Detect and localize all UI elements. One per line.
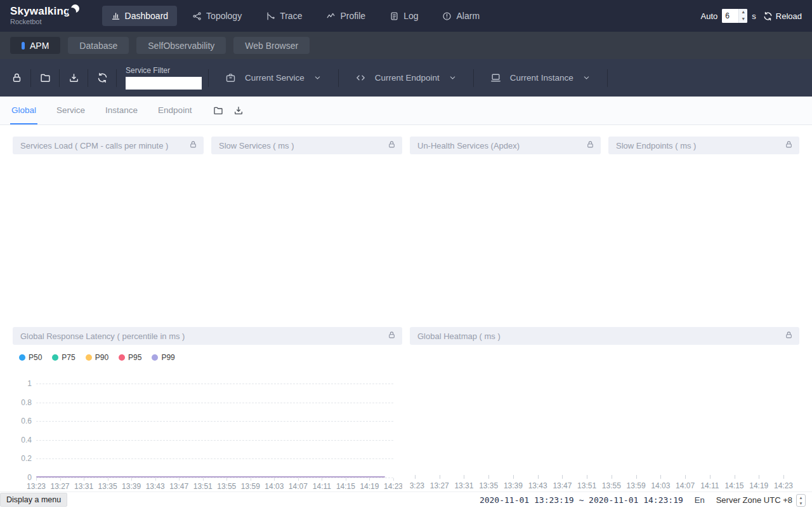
domain-tab-label: Web Browser — [245, 41, 298, 51]
x-axis-tick — [685, 475, 686, 479]
alarm-icon — [442, 11, 452, 21]
nav-item-topology[interactable]: Topology — [183, 6, 251, 26]
stepper-up-icon[interactable]: ▲ — [739, 9, 747, 16]
x-axis-label: 14:15 — [336, 482, 355, 491]
selector-label: Current Endpoint — [375, 73, 440, 83]
legend-item-p50[interactable]: P50 — [19, 353, 42, 362]
x-axis-tick — [298, 478, 299, 481]
x-axis-label: 13:43 — [528, 481, 547, 490]
x-axis-tick — [710, 475, 710, 479]
lock-icon[interactable] — [785, 330, 793, 342]
reload-icon — [763, 11, 773, 21]
x-axis-tick — [36, 478, 37, 481]
import-button[interactable] — [233, 105, 244, 116]
trace-icon — [266, 11, 275, 21]
nav-item-label: Topology — [206, 11, 242, 21]
stepper-down-icon[interactable]: ▼ — [739, 16, 747, 23]
auto-interval-stepper[interactable]: ▲▼ — [738, 9, 747, 23]
panel-header: Slow Services ( ms ) — [211, 137, 402, 154]
domain-tab-database[interactable]: Database — [68, 37, 129, 54]
metric-panel: Slow Services ( ms ) — [211, 137, 402, 327]
panel-header: Slow Endpoints ( ms ) — [608, 137, 799, 154]
gridline — [36, 478, 393, 478]
language-toggle[interactable]: En — [695, 495, 705, 505]
legend-dot — [52, 354, 58, 361]
scope-tab-endpoint[interactable]: Endpoint — [157, 97, 193, 124]
y-axis-label: 0.2 — [13, 454, 32, 463]
x-axis-label: 14:07 — [676, 481, 695, 490]
legend-item-p75[interactable]: P75 — [52, 353, 75, 362]
laptop-icon — [490, 72, 501, 83]
dashboard-toolbar: Service Filter Current ServiceCurrent En… — [0, 59, 812, 97]
domain-tab-selfobservability[interactable]: SelfObservability — [136, 37, 226, 54]
folder-button[interactable] — [213, 105, 223, 116]
x-axis-label: 14:19 — [749, 481, 768, 490]
download-button[interactable] — [60, 59, 88, 97]
x-axis-tick — [783, 475, 784, 479]
x-axis-label: 13:39 — [504, 481, 523, 490]
scope-tab-bar: GlobalServiceInstanceEndpoint — [0, 97, 812, 125]
x-axis-label: 13:59 — [241, 482, 260, 491]
heatmap-panel: Global Heatmap ( ms ) 13:2313:2713:3113:… — [410, 327, 799, 492]
stepper-up-icon[interactable]: ▲ — [797, 495, 805, 500]
gridline — [36, 421, 393, 422]
panel-title: Un-Health Services (Apdex) — [417, 141, 520, 150]
reload-label: Reload — [776, 11, 802, 21]
lock-icon[interactable] — [785, 140, 793, 151]
lock-icon[interactable] — [388, 140, 396, 151]
profile-icon — [326, 11, 336, 21]
panel-title: Services Load ( CPM - calls per minute ) — [20, 141, 168, 150]
scope-tab-instance[interactable]: Instance — [104, 97, 139, 124]
lock-icon[interactable] — [189, 140, 197, 151]
auto-unit-label: s — [752, 11, 756, 21]
service-filter-input[interactable] — [126, 77, 202, 90]
x-axis-tick — [513, 475, 514, 479]
selector-current-service[interactable]: Current Service — [209, 59, 338, 97]
gridline — [36, 403, 393, 403]
folder-button[interactable] — [31, 59, 59, 97]
timezone-stepper[interactable]: ▲▼ — [796, 494, 806, 507]
nav-item-alarm[interactable]: Alarm — [433, 6, 488, 26]
lock-icon[interactable] — [586, 140, 594, 151]
metric-panel: Services Load ( CPM - calls per minute ) — [13, 137, 204, 327]
selector-current-instance[interactable]: Current Instance — [474, 59, 607, 97]
auto-interval-input[interactable] — [722, 9, 738, 23]
legend-item-p95[interactable]: P95 — [119, 353, 141, 362]
legend-item-p90[interactable]: P90 — [86, 353, 108, 362]
x-axis-label: 13:51 — [193, 482, 213, 491]
selector-current-endpoint[interactable]: Current Endpoint — [339, 59, 473, 97]
briefcase-icon — [225, 72, 236, 83]
metric-panel: Slow Endpoints ( ms ) — [608, 137, 799, 327]
app-logo[interactable]: Skywalking Rocketbot — [10, 6, 79, 25]
domain-tab-apm[interactable]: APM — [10, 37, 60, 54]
y-axis-label: 0.8 — [13, 398, 32, 407]
refresh-button[interactable] — [88, 59, 116, 97]
time-range-picker[interactable]: 2020-11-01 13:23:19 ~ 2020-11-01 14:23:1… — [480, 495, 683, 505]
stepper-down-icon[interactable]: ▼ — [797, 500, 805, 506]
x-axis-label: 14:23 — [774, 481, 793, 490]
nav-item-profile[interactable]: Profile — [317, 6, 374, 26]
legend-dot — [119, 354, 125, 361]
chevron-down-icon — [449, 74, 457, 82]
nav-item-log[interactable]: Log — [381, 6, 427, 26]
lock-icon[interactable] — [388, 330, 396, 342]
x-axis-tick — [84, 478, 84, 481]
x-axis-tick — [759, 475, 759, 479]
code-icon — [355, 72, 366, 83]
service-filter-label: Service Filter — [126, 66, 202, 75]
domain-tab-web-browser[interactable]: Web Browser — [233, 37, 310, 54]
logo-subtitle: Rocketbot — [10, 18, 79, 26]
nav-item-trace[interactable]: Trace — [257, 6, 311, 26]
lock-button[interactable] — [3, 59, 30, 97]
x-axis-tick — [274, 478, 275, 481]
reload-button[interactable]: Reload — [763, 11, 802, 21]
legend-item-p99[interactable]: P99 — [152, 353, 174, 362]
x-axis-label: 13:27 — [430, 481, 449, 490]
gridline — [36, 440, 393, 441]
domain-tab-label: Database — [79, 41, 117, 51]
scope-tab-global[interactable]: Global — [10, 97, 37, 124]
nav-item-dashboard[interactable]: Dashboard — [102, 6, 178, 26]
scope-tab-service[interactable]: Service — [55, 97, 86, 124]
x-axis-label: 13:43 — [146, 482, 165, 491]
nav-item-label: Alarm — [456, 11, 480, 21]
